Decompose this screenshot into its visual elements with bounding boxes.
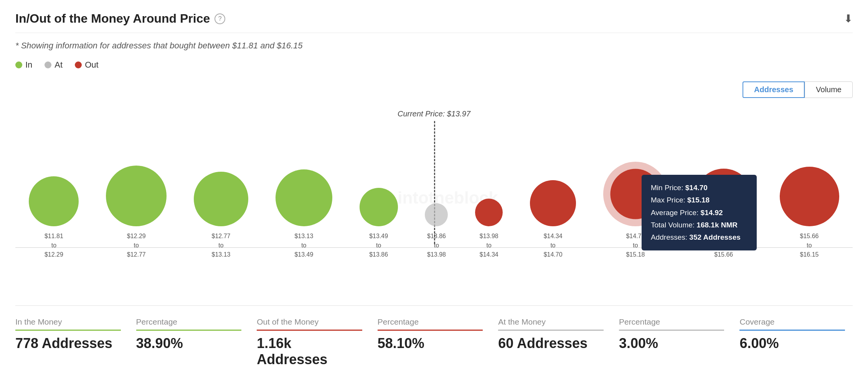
stat-label-4: At the Money bbox=[498, 317, 604, 327]
volume-toggle[interactable]: Volume bbox=[805, 81, 853, 98]
stat-underline-2 bbox=[257, 330, 362, 331]
stat-value-4: 60 Addresses bbox=[498, 335, 604, 351]
tooltip-vol-label: Total Volume: bbox=[651, 221, 696, 229]
bubble-label-2: $12.77to$13.13 bbox=[212, 232, 231, 259]
stat-label-5: Percentage bbox=[619, 317, 724, 327]
bubble-col-2: $12.77to$13.13 bbox=[194, 172, 248, 259]
page-container: In/Out of the Money Around Price ? ⬇ * S… bbox=[0, 0, 868, 368]
bubble-4[interactable] bbox=[360, 188, 398, 226]
stat-col-3: Percentage58.10% bbox=[370, 317, 491, 368]
bubble-label-6: $13.98to$14.34 bbox=[480, 232, 498, 259]
download-icon[interactable]: ⬇ bbox=[844, 12, 853, 25]
bubble-col-4: $13.49to$13.86 bbox=[360, 188, 398, 259]
page-title: In/Out of the Money Around Price bbox=[15, 12, 210, 26]
bubble-col-3: $13.13to$13.49 bbox=[276, 169, 332, 259]
stat-col-1: Percentage38.90% bbox=[129, 317, 249, 368]
tooltip-max-value: $15.18 bbox=[687, 196, 710, 204]
legend-dot-red bbox=[75, 61, 82, 68]
tooltip-volume: Total Volume: 168.1k NMR bbox=[651, 219, 748, 231]
legend-item-out: Out bbox=[75, 60, 98, 70]
bubble-3[interactable] bbox=[276, 169, 332, 226]
stats-row: In the Money778 AddressesPercentage38.90… bbox=[15, 305, 853, 368]
bubble-label-5: $13.86to$13.98 bbox=[427, 232, 446, 259]
bubble-label-0: $11.81to$12.29 bbox=[45, 232, 63, 259]
bubble-col-1: $12.29to$12.77 bbox=[106, 166, 167, 259]
legend: In At Out bbox=[15, 60, 853, 70]
subtitle: * Showing information for addresses that… bbox=[15, 41, 853, 51]
tooltip-max-label: Max Price: bbox=[651, 196, 687, 204]
tooltip-avg-value: $14.92 bbox=[701, 209, 723, 217]
stat-value-3: 58.10% bbox=[378, 335, 483, 351]
tooltip-addr-label: Addresses: bbox=[651, 233, 689, 241]
addresses-toggle[interactable]: Addresses bbox=[743, 81, 805, 98]
bubble-6[interactable] bbox=[475, 199, 503, 226]
stat-underline-4 bbox=[498, 330, 604, 331]
stat-underline-3 bbox=[378, 330, 483, 331]
legend-label-out: Out bbox=[85, 60, 98, 70]
bubble-label-4: $13.49to$13.86 bbox=[369, 232, 388, 259]
stat-underline-1 bbox=[136, 330, 242, 331]
bubble-2[interactable] bbox=[194, 172, 248, 226]
bubble-col-10: $15.66to$16.15 bbox=[780, 167, 839, 259]
legend-label-at: At bbox=[54, 60, 63, 70]
stat-underline-6 bbox=[739, 330, 845, 331]
stat-label-2: Out of the Money bbox=[257, 317, 362, 327]
stat-col-5: Percentage3.00% bbox=[611, 317, 732, 368]
bubble-label-7: $14.34to$14.70 bbox=[544, 232, 563, 259]
bubble-col-6: $13.98to$14.34 bbox=[475, 199, 503, 259]
stat-col-4: At the Money60 Addresses bbox=[490, 317, 611, 368]
bubble-col-0: $11.81to$12.29 bbox=[29, 176, 79, 259]
stat-label-3: Percentage bbox=[378, 317, 483, 327]
stat-value-1: 38.90% bbox=[136, 335, 242, 351]
stat-col-2: Out of the Money1.16k Addresses bbox=[249, 317, 370, 368]
stat-underline-0 bbox=[15, 330, 121, 331]
tooltip-max-price: Max Price: $15.18 bbox=[651, 194, 748, 206]
tooltip-avg-label: Average Price: bbox=[651, 209, 701, 217]
bubble-col-5: $13.86to$13.98 bbox=[425, 203, 448, 259]
legend-item-at: At bbox=[45, 60, 63, 70]
tooltip-avg-price: Average Price: $14.92 bbox=[651, 207, 748, 219]
stat-value-6: 6.00% bbox=[739, 335, 845, 351]
tooltip-vol-value: 168.1k NMR bbox=[696, 221, 738, 229]
stat-value-2: 1.16k Addresses bbox=[257, 335, 362, 368]
bubble-5[interactable] bbox=[425, 203, 448, 226]
legend-label-in: In bbox=[25, 60, 32, 70]
stat-col-6: Coverage6.00% bbox=[732, 317, 853, 368]
header: In/Out of the Money Around Price ? ⬇ bbox=[15, 12, 853, 33]
header-left: In/Out of the Money Around Price ? bbox=[15, 12, 225, 26]
bubble-0[interactable] bbox=[29, 176, 79, 226]
legend-dot-green bbox=[15, 61, 22, 68]
stat-label-6: Coverage bbox=[739, 317, 845, 327]
bubble-10[interactable] bbox=[780, 167, 839, 226]
toggle-buttons: Addresses Volume bbox=[15, 81, 853, 98]
bubble-1[interactable] bbox=[106, 166, 167, 226]
stat-value-5: 3.00% bbox=[619, 335, 724, 351]
bubble-label-3: $13.13to$13.49 bbox=[294, 232, 313, 259]
current-price-label: Current Price: $13.97 bbox=[398, 109, 470, 118]
legend-dot-gray bbox=[45, 61, 51, 68]
bubble-label-10: $15.66to$16.15 bbox=[800, 232, 819, 259]
help-icon[interactable]: ? bbox=[215, 13, 225, 24]
bubble-tooltip: Min Price: $14.70 Max Price: $15.18 Aver… bbox=[642, 175, 757, 250]
tooltip-addr-value: 352 Addresses bbox=[689, 233, 740, 241]
bubble-7[interactable] bbox=[530, 180, 576, 226]
chart-area: Current Price: $13.97 intotneblock $11.8… bbox=[15, 106, 853, 290]
tooltip-min-label: Min Price: bbox=[651, 184, 685, 192]
legend-item-in: In bbox=[15, 60, 32, 70]
bubble-label-1: $12.29to$12.77 bbox=[127, 232, 146, 259]
stat-label-0: In the Money bbox=[15, 317, 121, 327]
stat-col-0: In the Money778 Addresses bbox=[15, 317, 129, 368]
stat-underline-5 bbox=[619, 330, 724, 331]
stat-label-1: Percentage bbox=[136, 317, 242, 327]
tooltip-min-value: $14.70 bbox=[685, 184, 708, 192]
tooltip-min-price: Min Price: $14.70 bbox=[651, 182, 748, 194]
stat-value-0: 778 Addresses bbox=[15, 335, 121, 351]
tooltip-addresses: Addresses: 352 Addresses bbox=[651, 231, 748, 244]
